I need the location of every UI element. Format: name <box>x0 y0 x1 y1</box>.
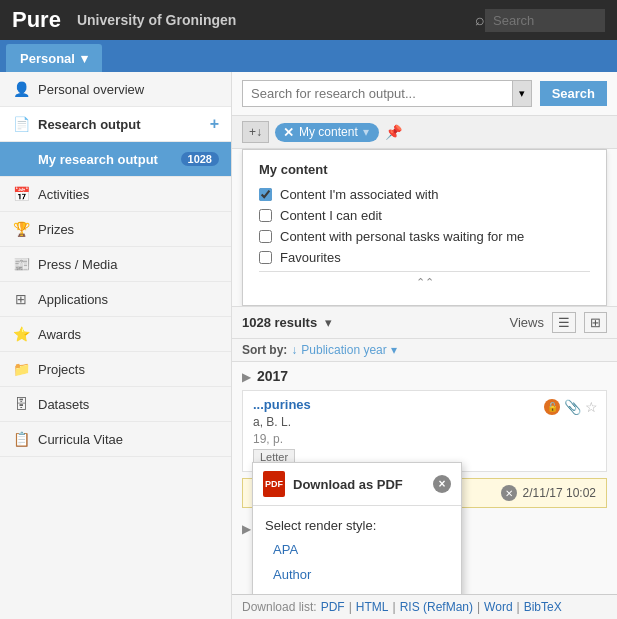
hover-close-button[interactable]: ✕ <box>501 485 517 501</box>
filter-close-icon[interactable]: ✕ <box>283 125 294 140</box>
associated-with-checkbox[interactable] <box>259 188 272 201</box>
book-icon: 📄 <box>12 115 30 133</box>
sort-bar: Sort by: ↓ Publication year ▾ <box>232 339 617 362</box>
search-input[interactable] <box>242 80 513 107</box>
sidebar-item-label: Prizes <box>38 222 74 237</box>
main-layout: 👤 Personal overview 📄 Research output + … <box>0 72 617 619</box>
university-name: University of Groningen <box>77 12 465 28</box>
views-label: Views <box>510 315 544 330</box>
search-button[interactable]: Search <box>540 81 607 106</box>
personal-tasks-checkbox[interactable] <box>259 230 272 243</box>
style-option-author[interactable]: Author <box>253 562 461 587</box>
associated-with-label: Content I'm associated with <box>280 187 439 202</box>
filter-bar: +↓ ✕ My content ▾ 📌 <box>232 116 617 149</box>
sidebar: 👤 Personal overview 📄 Research output + … <box>0 72 232 619</box>
ris-download-link[interactable]: RIS (RefMan) <box>400 600 473 614</box>
sidebar-item-datasets[interactable]: 🗄 Datasets <box>0 387 231 422</box>
pdf-download-link[interactable]: PDF <box>321 600 345 614</box>
dialog-header: PDF Download as PDF × <box>253 463 461 506</box>
filter-tag-label: My content <box>299 125 358 139</box>
my-content-option-1: Content I can edit <box>259 208 590 223</box>
search-icon: ⌕ <box>475 11 485 29</box>
add-research-output-button[interactable]: + <box>210 115 219 133</box>
result-item: 🔓 📎 ☆ ...purines a, B. L. 19, p. Letter <box>242 390 607 472</box>
separator-1: | <box>349 600 352 614</box>
chevron-up-icon: ⌃⌃ <box>416 276 434 289</box>
can-edit-checkbox[interactable] <box>259 209 272 222</box>
sidebar-item-label: My research output <box>38 152 158 167</box>
bibtex-download-link[interactable]: BibTeX <box>524 600 562 614</box>
download-list-label: Download list: <box>242 600 317 614</box>
collapse-panel-button[interactable]: ⌃⌃ <box>259 271 590 293</box>
attach-icon[interactable]: 📎 <box>564 399 581 415</box>
top-bar: Pure University of Groningen ⌕ <box>0 0 617 40</box>
global-search: ⌕ <box>475 9 605 32</box>
spacer-icon <box>12 150 30 168</box>
list-view-button[interactable]: ☰ <box>552 312 576 333</box>
pin-icon[interactable]: 📌 <box>385 124 402 140</box>
sidebar-item-label: Awards <box>38 327 81 342</box>
bottom-bar: Download list: PDF | HTML | RIS (RefMan)… <box>232 594 617 619</box>
sidebar-item-awards[interactable]: ⭐ Awards <box>0 317 231 352</box>
filter-add-button[interactable]: +↓ <box>242 121 269 143</box>
sidebar-item-research-output[interactable]: 📄 Research output + <box>0 107 231 142</box>
sidebar-item-curricula-vitae[interactable]: 📋 Curricula Vitae <box>0 422 231 457</box>
sidebar-item-label: Activities <box>38 187 89 202</box>
sidebar-item-prizes[interactable]: 🏆 Prizes <box>0 212 231 247</box>
dialog-title: Download as PDF <box>293 477 425 492</box>
sort-field-dropdown-icon[interactable]: ▾ <box>391 343 397 357</box>
separator-3: | <box>477 600 480 614</box>
year-expand-button-2[interactable]: ▶ <box>242 522 251 536</box>
sidebar-item-my-research-output[interactable]: My research output 1028 <box>0 142 231 177</box>
personal-tab-label: Personal <box>20 51 75 66</box>
global-search-input[interactable] <box>485 9 605 32</box>
sidebar-item-label: Personal overview <box>38 82 144 97</box>
style-option-harvard[interactable]: Harvard <box>253 587 461 594</box>
sort-by-label: Sort by: <box>242 343 287 357</box>
my-content-title: My content <box>259 162 590 177</box>
can-edit-label: Content I can edit <box>280 208 382 223</box>
sidebar-item-press-media[interactable]: 📰 Press / Media <box>0 247 231 282</box>
pdf-icon: PDF <box>263 471 285 497</box>
results-dropdown-button[interactable]: ▾ <box>325 315 332 330</box>
my-content-option-0: Content I'm associated with <box>259 187 590 202</box>
results-count: 1028 results <box>242 315 317 330</box>
sort-direction-arrow[interactable]: ↓ <box>291 343 297 357</box>
grid-view-button[interactable]: ⊞ <box>584 312 607 333</box>
sidebar-item-personal-overview[interactable]: 👤 Personal overview <box>0 72 231 107</box>
year-expand-button[interactable]: ▶ <box>242 370 251 384</box>
year-2017-section: ▶ 2017 <box>232 362 617 390</box>
star-rating-icon[interactable]: ☆ <box>585 399 598 415</box>
my-content-filter-tag[interactable]: ✕ My content ▾ <box>275 123 379 142</box>
content-area: ▾ Search +↓ ✕ My content ▾ 📌 My content … <box>232 72 617 619</box>
search-dropdown-button[interactable]: ▾ <box>513 80 532 107</box>
separator-4: | <box>517 600 520 614</box>
download-pdf-dialog: PDF Download as PDF × Select render styl… <box>252 462 462 594</box>
word-download-link[interactable]: Word <box>484 600 512 614</box>
research-output-badge: 1028 <box>181 152 219 166</box>
html-download-link[interactable]: HTML <box>356 600 389 614</box>
result-meta: 19, p. <box>253 432 596 446</box>
database-icon: 🗄 <box>12 395 30 413</box>
dialog-body: Select render style: APA Author Harvard … <box>253 506 461 594</box>
newspaper-icon: 📰 <box>12 255 30 273</box>
dialog-close-button[interactable]: × <box>433 475 451 493</box>
sidebar-item-projects[interactable]: 📁 Projects <box>0 352 231 387</box>
sort-field-label[interactable]: Publication year <box>301 343 386 357</box>
sidebar-item-label: Projects <box>38 362 85 377</box>
sidebar-item-label: Research output <box>38 117 141 132</box>
sidebar-item-activities[interactable]: 📅 Activities <box>0 177 231 212</box>
sidebar-item-applications[interactable]: ⊞ Applications <box>0 282 231 317</box>
my-content-panel: My content Content I'm associated with C… <box>242 149 607 306</box>
calendar-icon: 📅 <box>12 185 30 203</box>
favourites-checkbox[interactable] <box>259 251 272 264</box>
hover-timestamp: 2/11/17 10:02 <box>523 486 596 500</box>
style-option-apa[interactable]: APA <box>253 537 461 562</box>
folder-icon: 📁 <box>12 360 30 378</box>
favourites-label: Favourites <box>280 250 341 265</box>
year-label: 2017 <box>257 368 293 384</box>
filter-tag-arrow: ▾ <box>363 125 369 139</box>
personal-tab[interactable]: Personal ▾ <box>6 44 102 72</box>
search-bar: ▾ Search <box>232 72 617 116</box>
my-content-option-3: Favourites <box>259 250 590 265</box>
